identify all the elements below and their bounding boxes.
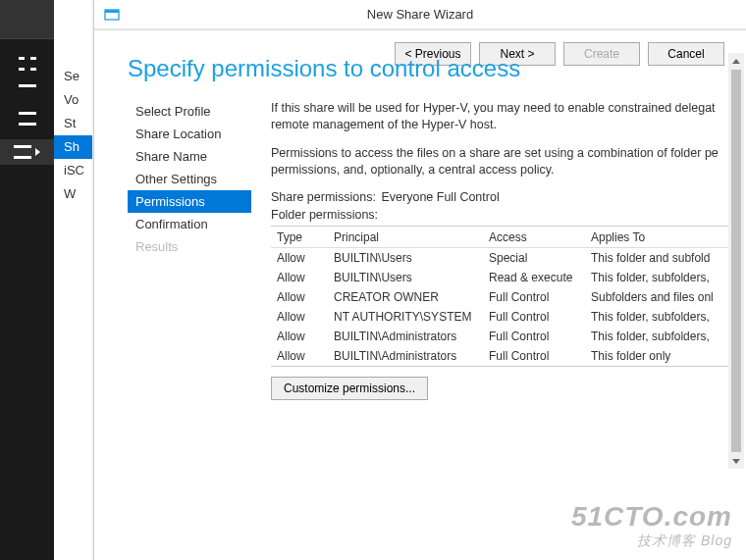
cell-applies: This folder and subfold: [585, 251, 740, 265]
cell-access: Full Control: [483, 330, 585, 343]
wizard-step-permissions[interactable]: Permissions: [128, 190, 251, 213]
folder-permissions-table: Type Principal Access Applies To AllowBU…: [271, 226, 740, 367]
servers-list-panel: SeVoStShiSCW: [54, 0, 93, 560]
cell-type: Allow: [271, 290, 328, 304]
wizard-icon: [100, 3, 124, 26]
col-applies-to[interactable]: Applies To: [585, 230, 740, 244]
cell-principal: BUILTIN\Users: [328, 251, 483, 265]
cell-principal: BUILTIN\Administrators: [328, 349, 483, 363]
description-hyperv: If this share will be used for Hyper-V, …: [271, 100, 740, 133]
table-row[interactable]: AllowBUILTIN\AdministratorsFull ControlT…: [271, 346, 740, 366]
wizard-step-share-location[interactable]: Share Location: [128, 123, 251, 145]
cell-type: Allow: [271, 349, 328, 363]
cell-applies: Subfolders and files onl: [585, 290, 740, 304]
scroll-thumb[interactable]: [731, 70, 741, 452]
cell-applies: This folder, subfolders,: [585, 310, 740, 324]
table-row[interactable]: AllowBUILTIN\UsersRead & executeThis fol…: [271, 268, 740, 287]
wizard-step-select-profile[interactable]: Select Profile: [128, 100, 251, 123]
wizard-step-results: Results: [128, 235, 251, 258]
all-servers-icon[interactable]: [19, 112, 36, 126]
vertical-scrollbar[interactable]: [728, 53, 744, 469]
table-row[interactable]: AllowNT AUTHORITY\SYSTEMFull ControlThis…: [271, 307, 740, 327]
cell-principal: NT AUTHORITY\SYSTEM: [328, 310, 483, 324]
table-row[interactable]: AllowBUILTIN\UsersSpecialThis folder and…: [271, 248, 740, 268]
customize-permissions-button[interactable]: Customize permissions...: [271, 377, 428, 400]
cell-principal: CREATOR OWNER: [328, 290, 483, 304]
local-server-icon[interactable]: [19, 84, 36, 98]
cell-access: Full Control: [483, 310, 585, 324]
cell-principal: BUILTIN\Administrators: [328, 330, 483, 343]
rail-header: [0, 0, 54, 39]
file-services-icon[interactable]: [0, 139, 54, 165]
share-permissions-value: Everyone Full Control: [381, 190, 499, 204]
page-title: Specify permissions to control access: [94, 29, 746, 100]
svg-rect-1: [105, 10, 119, 13]
wizard-title: New Share Wizard: [124, 7, 746, 22]
servers-list-item[interactable]: Vo: [54, 88, 92, 112]
cell-access: Special: [483, 251, 585, 265]
server-manager-rail: [0, 0, 54, 560]
cell-type: Allow: [271, 251, 328, 265]
cell-type: Allow: [271, 271, 328, 284]
col-principal[interactable]: Principal: [328, 230, 483, 244]
col-type[interactable]: Type: [271, 230, 328, 244]
cell-applies: This folder only: [585, 349, 740, 363]
servers-list-item[interactable]: iSC: [54, 159, 92, 182]
servers-list-item[interactable]: St: [54, 112, 92, 135]
share-permissions-label: Share permissions:: [271, 190, 376, 204]
table-row[interactable]: AllowCREATOR OWNERFull ControlSubfolders…: [271, 287, 740, 307]
cell-applies: This folder, subfolders,: [585, 271, 740, 284]
cell-access: Full Control: [483, 290, 585, 304]
wizard-content: If this share will be used for Hyper-V, …: [251, 98, 746, 513]
wizard-titlebar: New Share Wizard: [94, 0, 746, 29]
cell-access: Full Control: [483, 349, 585, 363]
description-permissions: Permissions to access the files on a sha…: [271, 145, 740, 178]
table-header: Type Principal Access Applies To: [271, 227, 740, 248]
dashboard-icon[interactable]: [19, 57, 36, 71]
cell-type: Allow: [271, 330, 328, 343]
wizard-step-confirmation[interactable]: Confirmation: [128, 213, 251, 235]
servers-list-item[interactable]: Se: [54, 65, 92, 88]
cell-applies: This folder, subfolders,: [585, 330, 740, 343]
col-access[interactable]: Access: [483, 230, 585, 244]
servers-list-item[interactable]: W: [54, 182, 92, 206]
folder-permissions-label: Folder permissions:: [271, 208, 740, 222]
wizard-step-share-name[interactable]: Share Name: [128, 145, 251, 168]
table-row[interactable]: AllowBUILTIN\AdministratorsFull ControlT…: [271, 327, 740, 346]
scroll-up-button[interactable]: [728, 53, 744, 69]
wizard-step-other-settings[interactable]: Other Settings: [128, 168, 251, 190]
new-share-wizard-window: New Share Wizard Specify permissions to …: [93, 0, 746, 560]
cell-principal: BUILTIN\Users: [328, 271, 483, 284]
cell-type: Allow: [271, 310, 328, 324]
servers-list-item[interactable]: Sh: [54, 135, 92, 159]
cell-access: Read & execute: [483, 271, 585, 284]
scroll-down-button[interactable]: [728, 453, 744, 469]
wizard-steps: Select ProfileShare LocationShare NameOt…: [94, 98, 251, 513]
